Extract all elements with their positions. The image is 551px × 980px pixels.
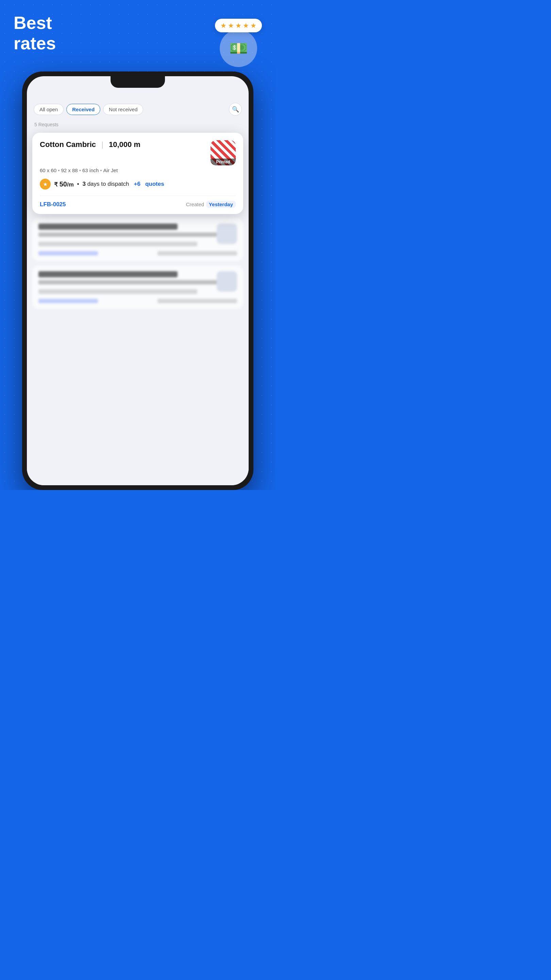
star-2: ★ [228, 21, 234, 30]
blurred-card-2 [32, 266, 243, 309]
hero-text: Best rates [14, 13, 56, 54]
search-button[interactable]: 🔍 [229, 103, 242, 116]
spec-4: Air Jet [103, 167, 118, 173]
spec-2: 92 x 88 [61, 167, 78, 173]
rating-pill: ★ ★ ★ ★ ★ [215, 19, 262, 32]
fabric-name: Cotton Cambric [40, 140, 96, 149]
star-3: ★ [235, 21, 241, 30]
quantity: 10,000 m [109, 140, 140, 149]
pricing-dot: • [77, 181, 79, 187]
screen-content: All open Received Not received 🔍 5 Reque… [27, 97, 249, 485]
printed-badge: Printed [211, 140, 236, 165]
dispatch-days: 3 [82, 181, 86, 187]
price-amount: 50 [60, 180, 67, 188]
phone-notch [111, 76, 165, 88]
dot-3: • [100, 167, 102, 173]
blur-title-2 [38, 271, 178, 277]
rating-bubble: ★ ★ ★ ★ ★ 💵 [215, 19, 262, 67]
dot-2: • [79, 167, 81, 173]
blur-price-1 [38, 242, 197, 247]
card-title: Cotton Cambric | 10,000 m [40, 140, 140, 149]
card-title-group: Cotton Cambric | 10,000 m [40, 140, 140, 149]
filter-not-received[interactable]: Not received [103, 104, 143, 115]
money-icon: 💵 [229, 40, 248, 57]
blur-badge-1 [217, 224, 237, 244]
filter-row: All open Received Not received 🔍 [27, 97, 249, 120]
star-4: ★ [243, 21, 249, 30]
blur-price-2 [38, 289, 197, 294]
featured-star-icon: ★ [40, 179, 51, 189]
filter-received[interactable]: Received [66, 104, 100, 115]
dispatch-text: 3 days to dispatch [82, 181, 129, 188]
title-divider: | [102, 140, 103, 149]
blur-footer-1 [38, 251, 237, 256]
order-id: LFB-0025 [40, 201, 66, 208]
blur-sub-2 [38, 280, 218, 285]
blur-date-1 [157, 251, 237, 256]
spec-1: 60 x 60 [40, 167, 56, 173]
spec-3: 63 inch [82, 167, 98, 173]
blur-date-2 [157, 299, 237, 303]
dispatch-label: days to dispatch [87, 181, 129, 187]
blur-id-2 [38, 299, 98, 303]
card-header: Cotton Cambric | 10,000 m Printed [40, 140, 236, 165]
featured-card[interactable]: Cotton Cambric | 10,000 m Printed 60 x 6… [32, 133, 243, 214]
created-label: Created [186, 202, 204, 207]
card-specs: 60 x 60 • 92 x 88 • 63 inch • Air Jet [40, 167, 236, 173]
dot-1: • [58, 167, 60, 173]
rating-circle: 💵 [220, 30, 257, 67]
quotes-count: +6 [134, 181, 140, 188]
hero-line1: Best [14, 13, 56, 33]
created-info: Created Yesterday [186, 201, 236, 208]
created-when: Yesterday [206, 201, 236, 208]
blur-badge-2 [217, 271, 237, 292]
star-5: ★ [250, 21, 256, 30]
badge-label: Printed [211, 159, 236, 165]
blurred-section [27, 218, 249, 309]
filter-all-open[interactable]: All open [34, 104, 64, 115]
blur-title-1 [38, 224, 178, 230]
price-text: ₹ 50/m [54, 180, 74, 188]
blur-footer-2 [38, 299, 237, 303]
phone-frame: All open Received Not received 🔍 5 Reque… [22, 72, 253, 490]
price-unit: m [69, 181, 74, 188]
hero-line2: rates [14, 33, 56, 54]
card-footer: LFB-0025 Created Yesterday [40, 196, 236, 208]
blurred-card-1 [32, 218, 243, 261]
blur-id-1 [38, 251, 98, 256]
section-label: 5 Requests [27, 120, 249, 130]
quotes-label: quotes [145, 181, 164, 188]
phone-screen: All open Received Not received 🔍 5 Reque… [27, 76, 249, 485]
card-pricing: ★ ₹ 50/m • 3 days to dispatch +6 quotes [40, 179, 236, 189]
star-1: ★ [221, 21, 227, 30]
blur-sub-1 [38, 232, 218, 237]
